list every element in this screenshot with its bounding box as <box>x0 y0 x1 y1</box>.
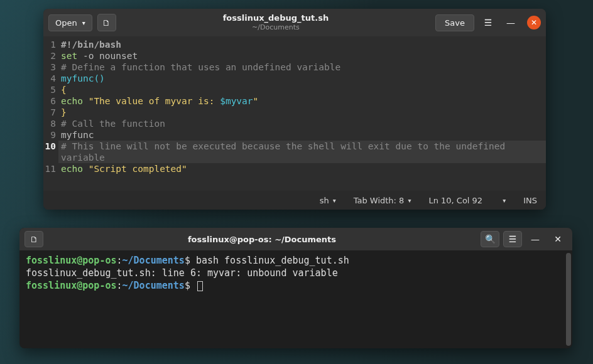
open-button[interactable]: Open ▾ <box>48 14 92 31</box>
prompt-dir: ~/Documents <box>122 280 185 291</box>
terminal-body[interactable]: fosslinux@pop-os:~/Documents$ bash fossl… <box>19 250 572 348</box>
code-token: myfunc <box>61 130 94 140</box>
line-number: 3 <box>43 62 56 73</box>
status-cursor-label: Ln 10, Col 92 <box>428 196 482 205</box>
terminal-titlebar: 🗋 fosslinux@pop-os: ~/Documents 🔍 ☰ — ✕ <box>19 228 572 250</box>
editor-body[interactable]: 1 2 3 4 5 6 7 8 9 10 11 #!/bin/bash set … <box>43 36 546 191</box>
prompt-user: fosslinux@pop-os <box>26 255 117 266</box>
line-number-gutter: 1 2 3 4 5 6 7 8 9 10 11 <box>43 36 58 191</box>
terminal-line: fosslinux@pop-os:~/Documents$ bash fossl… <box>26 254 566 267</box>
code-token: -o nounset <box>77 51 138 61</box>
chevron-down-icon: ▾ <box>333 197 336 204</box>
close-icon: ✕ <box>554 234 562 244</box>
code-token: echo <box>61 164 89 174</box>
code-token: $myvar <box>220 96 253 106</box>
save-button[interactable]: Save <box>435 14 474 31</box>
line-number: 7 <box>43 107 56 118</box>
prompt-dir: ~/Documents <box>122 255 185 266</box>
terminal-new-tab-button[interactable]: 🗋 <box>24 231 43 247</box>
hamburger-icon: ☰ <box>509 234 517 244</box>
editor-statusbar: sh ▾ Tab Width: 8 ▾ Ln 10, Col 92 ▾ INS <box>43 191 546 210</box>
code-token: } <box>61 107 67 117</box>
code-token: " <box>253 96 259 106</box>
line-number: 1 <box>43 39 56 50</box>
code-token: # Call the function <box>61 119 165 129</box>
code-token: { <box>61 85 67 95</box>
terminal-minimize-button[interactable]: — <box>526 231 545 247</box>
line-number: 11 <box>43 163 56 174</box>
code-token: "Script completed" <box>89 164 187 174</box>
terminal-command: bash fosslinux_debug_tut.sh <box>190 255 349 266</box>
filepath: ~/Documents <box>121 23 430 32</box>
line-number: 9 <box>43 129 56 141</box>
editor-close-button[interactable]: ✕ <box>527 16 541 29</box>
terminal-close-button[interactable]: ✕ <box>548 231 567 247</box>
editor-menu-button[interactable]: ☰ <box>479 14 497 31</box>
new-document-icon: 🗋 <box>102 18 111 28</box>
prompt-user: fosslinux@pop-os <box>26 280 117 291</box>
filename: fosslinux_debug_tut.sh <box>121 13 430 23</box>
new-tab-button[interactable]: 🗋 <box>97 14 116 31</box>
line-number: 2 <box>43 50 56 62</box>
title-block: fosslinux_debug_tut.sh ~/Documents <box>121 13 430 32</box>
code-token: echo <box>61 96 89 106</box>
status-insert-mode[interactable]: INS <box>523 196 537 205</box>
terminal-menu-button[interactable]: ☰ <box>503 231 522 247</box>
chevron-down-icon: ▾ <box>82 19 85 26</box>
hamburger-icon: ☰ <box>484 18 492 28</box>
terminal-window: 🗋 fosslinux@pop-os: ~/Documents 🔍 ☰ — ✕ … <box>19 228 572 348</box>
close-icon: ✕ <box>531 18 537 27</box>
status-tabwidth[interactable]: Tab Width: 8 ▾ <box>354 196 411 205</box>
code-token: set <box>61 51 77 61</box>
status-tabwidth-label: Tab Width: 8 <box>354 196 405 205</box>
chevron-down-icon: ▾ <box>408 197 411 204</box>
terminal-scrollbar[interactable] <box>566 253 571 346</box>
status-language-label: sh <box>320 196 329 205</box>
status-cursor[interactable]: Ln 10, Col 92 ▾ <box>428 196 506 205</box>
line-number: 5 <box>43 84 56 95</box>
editor-window: Open ▾ 🗋 fosslinux_debug_tut.sh ~/Docume… <box>43 9 546 210</box>
terminal-title: fosslinux@pop-os: ~/Documents <box>47 235 477 244</box>
chevron-down-icon: ▾ <box>503 197 506 204</box>
terminal-output: fosslinux_debug_tut.sh: line 6: myvar: u… <box>26 267 566 279</box>
code-token: #!/bin/bash <box>61 40 121 50</box>
new-tab-icon: 🗋 <box>30 235 38 244</box>
terminal-cursor <box>197 281 203 291</box>
editor-minimize-button[interactable]: — <box>502 14 520 31</box>
code-token: myfunc() <box>61 73 105 83</box>
line-number: 4 <box>43 73 56 84</box>
line-number: 6 <box>43 95 56 107</box>
terminal-line: fosslinux@pop-os:~/Documents$ <box>26 279 566 292</box>
terminal-search-button[interactable]: 🔍 <box>481 231 499 247</box>
status-language[interactable]: sh ▾ <box>320 196 336 205</box>
line-number-current: 10 <box>43 141 56 152</box>
code-token: # This line will not be executed because… <box>61 141 511 163</box>
search-icon: 🔍 <box>485 234 496 244</box>
open-label: Open <box>55 18 77 28</box>
line-number: 8 <box>43 118 56 129</box>
code-area[interactable]: #!/bin/bash set -o nounset # Define a fu… <box>58 36 546 191</box>
code-token: "The value of myvar is: <box>89 96 220 106</box>
minimize-icon: — <box>506 18 515 28</box>
editor-titlebar: Open ▾ 🗋 fosslinux_debug_tut.sh ~/Docume… <box>43 9 546 36</box>
code-token: # Define a function that uses an undefin… <box>61 62 340 72</box>
minimize-icon: — <box>531 234 540 244</box>
